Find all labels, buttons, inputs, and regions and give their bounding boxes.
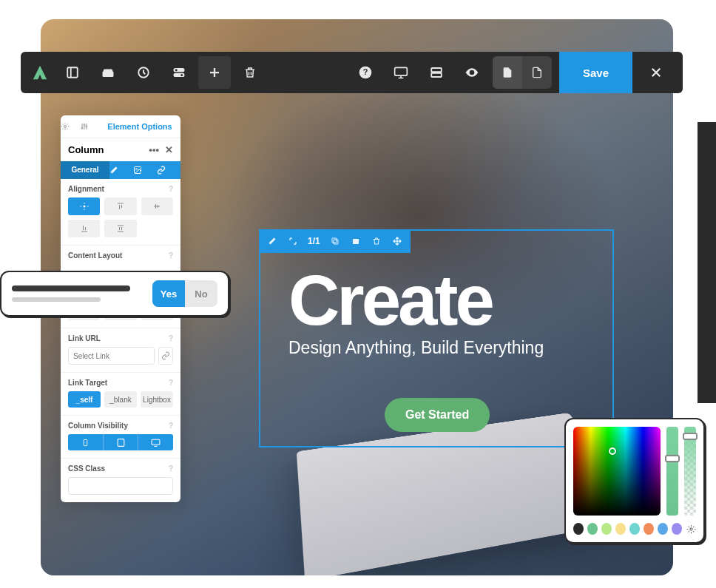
- css-class-label: CSS Class: [68, 464, 105, 473]
- section-link-url: Link URL?: [61, 328, 180, 373]
- svg-rect-22: [152, 439, 160, 445]
- edit-icon[interactable]: [263, 232, 281, 250]
- move-icon[interactable]: [388, 232, 406, 250]
- align-stretch-button[interactable]: [104, 220, 136, 237]
- hint-icon[interactable]: ?: [169, 185, 173, 193]
- add-icon[interactable]: [198, 56, 231, 89]
- hint-icon[interactable]: ?: [169, 464, 173, 473]
- panel-subtabs: General: [61, 161, 180, 179]
- help-icon[interactable]: ?: [349, 56, 382, 89]
- sv-cursor[interactable]: [609, 447, 616, 455]
- svg-point-16: [86, 126, 87, 127]
- history-icon[interactable]: [127, 56, 160, 89]
- subtab-link-icon[interactable]: [157, 161, 180, 179]
- section-css-class: CSS Class?: [61, 459, 180, 502]
- svg-text:?: ?: [363, 67, 368, 76]
- saturation-value-area[interactable]: [573, 427, 661, 516]
- swatch[interactable]: [587, 523, 598, 535]
- brand-logo-icon[interactable]: [27, 59, 53, 86]
- storage-icon[interactable]: [92, 56, 124, 89]
- color-picker: [564, 418, 705, 544]
- link-url-input[interactable]: [68, 347, 155, 365]
- swatch[interactable]: [629, 523, 640, 535]
- no-button[interactable]: No: [185, 280, 217, 307]
- panel-top-tabs: Element Options: [61, 115, 180, 138]
- yes-button[interactable]: Yes: [152, 280, 185, 307]
- svg-point-14: [81, 127, 83, 129]
- rows-icon[interactable]: [420, 56, 453, 89]
- swatch[interactable]: [672, 523, 682, 535]
- hint-icon[interactable]: ?: [169, 422, 173, 430]
- section-column-visibility: Column Visibility?: [61, 416, 180, 459]
- copy-icon[interactable]: [326, 232, 344, 250]
- target-blank-button[interactable]: _blank: [104, 391, 137, 408]
- target-self-button[interactable]: _self: [68, 391, 101, 408]
- save-element-icon[interactable]: [347, 232, 365, 250]
- link-target-label: Link Target: [68, 379, 107, 387]
- swatch[interactable]: [573, 523, 584, 535]
- vis-phone-button[interactable]: [68, 434, 103, 450]
- svg-rect-11: [334, 240, 338, 244]
- align-middle-button[interactable]: [141, 197, 173, 215]
- vis-tablet-button[interactable]: [103, 434, 138, 450]
- main-toolbar: ? Save: [21, 52, 683, 93]
- css-class-input[interactable]: [68, 477, 173, 495]
- settings-tab-icon[interactable]: [61, 115, 80, 138]
- swatch-row: [573, 523, 696, 535]
- align-default-button[interactable]: [68, 197, 100, 215]
- layout-icon[interactable]: [56, 56, 89, 89]
- delete-element-icon[interactable]: [368, 232, 385, 250]
- hint-icon[interactable]: ?: [169, 379, 173, 387]
- svg-rect-0: [67, 67, 78, 78]
- svg-rect-21: [118, 439, 124, 446]
- element-counter: 1/1: [305, 236, 323, 246]
- swatch[interactable]: [644, 523, 654, 535]
- align-top-button[interactable]: [104, 197, 136, 215]
- swatch[interactable]: [601, 523, 612, 535]
- swatch-settings-icon[interactable]: [686, 523, 696, 535]
- hint-icon[interactable]: ?: [169, 334, 173, 342]
- hue-slider[interactable]: [666, 427, 678, 516]
- panel-title: Column: [68, 144, 104, 155]
- subtab-design-icon[interactable]: [109, 161, 133, 179]
- alpha-slider[interactable]: [684, 427, 696, 516]
- sliders-tab-icon[interactable]: [80, 115, 99, 138]
- more-icon[interactable]: •••: [149, 144, 159, 155]
- section-alignment: Alignment?: [61, 179, 180, 246]
- element-options-tab[interactable]: Element Options: [99, 115, 180, 138]
- panel-header: Column ••• ✕: [61, 138, 180, 161]
- hint-icon[interactable]: ?: [169, 251, 173, 260]
- vis-desktop-button[interactable]: [138, 434, 173, 450]
- column-visibility-label: Column Visibility: [68, 422, 128, 430]
- target-lightbox-button[interactable]: Lightbox: [141, 391, 173, 408]
- alignment-label: Alignment: [68, 185, 104, 193]
- save-button[interactable]: Save: [559, 52, 632, 93]
- document-icon[interactable]: [522, 56, 552, 89]
- close-icon[interactable]: [640, 56, 672, 89]
- svg-rect-10: [431, 73, 442, 77]
- trash-icon[interactable]: [234, 56, 266, 89]
- swatch[interactable]: [658, 523, 668, 535]
- toggles-icon[interactable]: [163, 56, 195, 89]
- svg-point-5: [180, 74, 183, 76]
- swatch[interactable]: [615, 523, 626, 535]
- hue-thumb[interactable]: [665, 455, 680, 462]
- file-icon[interactable]: [493, 56, 522, 89]
- link-picker-icon[interactable]: [158, 347, 173, 365]
- card-text-skeleton: [12, 285, 143, 302]
- subtab-background-icon[interactable]: [133, 161, 157, 179]
- yes-no-toggle: Yes No: [152, 280, 217, 307]
- subtab-general[interactable]: General: [61, 161, 109, 179]
- svg-rect-12: [332, 238, 337, 243]
- preview-icon[interactable]: [456, 56, 488, 89]
- align-bottom-button[interactable]: [68, 220, 100, 237]
- selection-frame[interactable]: 1/1: [259, 229, 614, 447]
- expand-icon[interactable]: [284, 232, 302, 250]
- desktop-icon[interactable]: [385, 56, 417, 89]
- right-rail: [698, 122, 716, 403]
- svg-rect-9: [431, 68, 442, 72]
- svg-point-23: [689, 527, 692, 530]
- alpha-thumb[interactable]: [683, 433, 698, 440]
- panel-close-icon[interactable]: ✕: [165, 144, 173, 155]
- svg-point-15: [84, 124, 85, 126]
